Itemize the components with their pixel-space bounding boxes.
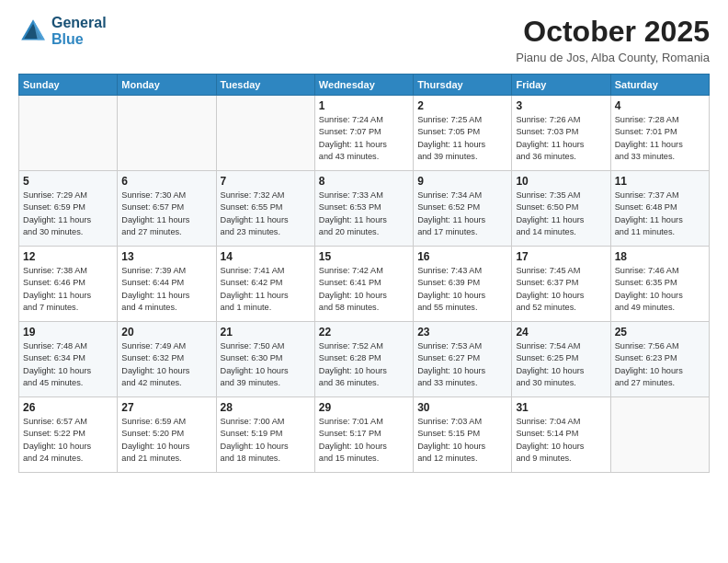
day-info-line: and 36 minutes. (319, 378, 379, 387)
day-info-line: Sunset: 6:41 PM (319, 278, 381, 287)
day-number: 10 (516, 175, 606, 188)
day-info: Sunrise: 7:52 AMSunset: 6:28 PMDaylight:… (319, 340, 409, 389)
day-info-line: Sunset: 6:59 PM (23, 202, 85, 212)
day-info-line: and 7 minutes. (23, 303, 78, 312)
day-info: Sunrise: 7:49 AMSunset: 6:32 PMDaylight:… (121, 340, 211, 389)
weekday-header-row: SundayMondayTuesdayWednesdayThursdayFrid… (19, 75, 710, 96)
day-number: 18 (615, 250, 705, 263)
day-info: Sunrise: 7:37 AMSunset: 6:48 PMDaylight:… (615, 190, 705, 238)
calendar-cell: 15Sunrise: 7:42 AMSunset: 6:41 PMDayligh… (314, 247, 413, 322)
day-info-line: Daylight: 11 hours (121, 291, 189, 300)
day-info-line: and 33 minutes. (615, 152, 675, 161)
calendar-cell: 30Sunrise: 7:03 AMSunset: 5:15 PMDayligh… (414, 397, 512, 473)
calendar-cell (118, 96, 216, 171)
calendar-cell: 28Sunrise: 7:00 AMSunset: 5:19 PMDayligh… (216, 397, 314, 473)
logo: General Blue (18, 15, 107, 48)
day-info-line: Sunrise: 7:49 AM (121, 341, 186, 350)
day-info-line: Sunrise: 6:57 AM (23, 417, 87, 426)
calendar-cell: 16Sunrise: 7:43 AMSunset: 6:39 PMDayligh… (414, 247, 512, 322)
header: General Blue October 2025 Pianu de Jos, … (18, 15, 710, 64)
day-info-line: Sunrise: 7:03 AM (417, 417, 482, 426)
day-info-line: and 14 minutes. (516, 227, 575, 236)
day-info-line: Sunset: 5:15 PM (417, 429, 480, 438)
day-info-line: Sunrise: 7:00 AM (221, 417, 285, 426)
day-info-line: Sunrise: 7:25 AM (417, 115, 482, 124)
calendar-cell: 2Sunrise: 7:25 AMSunset: 7:05 PMDaylight… (414, 96, 512, 171)
day-info-line: Daylight: 10 hours (516, 366, 584, 375)
day-info: Sunrise: 7:56 AMSunset: 6:23 PMDaylight:… (615, 340, 705, 389)
day-info: Sunrise: 7:25 AMSunset: 7:05 PMDaylight:… (417, 114, 507, 163)
day-number: 28 (221, 401, 311, 414)
day-info-line: Sunrise: 6:59 AM (121, 417, 186, 426)
calendar-week-row: 19Sunrise: 7:48 AMSunset: 6:34 PMDayligh… (19, 322, 710, 397)
calendar-cell: 26Sunrise: 6:57 AMSunset: 5:22 PMDayligh… (19, 397, 118, 473)
calendar-cell: 4Sunrise: 7:28 AMSunset: 7:01 PMDaylight… (610, 96, 709, 171)
day-info-line: and 36 minutes. (516, 152, 575, 161)
day-info-line: Sunrise: 7:30 AM (121, 190, 186, 200)
day-info-line: Sunset: 6:53 PM (319, 202, 381, 212)
day-info-line: Daylight: 10 hours (516, 291, 584, 300)
calendar-week-row: 12Sunrise: 7:38 AMSunset: 6:46 PMDayligh… (19, 247, 710, 322)
month-title: October 2025 (516, 15, 710, 49)
day-number: 15 (319, 250, 409, 263)
day-info-line: Daylight: 11 hours (417, 140, 485, 149)
day-info-line: Sunset: 6:42 PM (221, 278, 283, 287)
day-info-line: and 20 minutes. (319, 227, 379, 236)
weekday-tuesday: Tuesday (216, 75, 314, 96)
day-info-line: Sunrise: 7:38 AM (23, 266, 87, 275)
day-info: Sunrise: 6:57 AMSunset: 5:22 PMDaylight:… (23, 416, 113, 465)
day-info: Sunrise: 7:26 AMSunset: 7:03 PMDaylight:… (516, 114, 606, 163)
weekday-monday: Monday (118, 75, 216, 96)
day-info-line: Daylight: 11 hours (319, 215, 387, 224)
day-info-line: Sunrise: 7:37 AM (615, 190, 679, 200)
day-info-line: Daylight: 10 hours (319, 291, 387, 300)
day-info-line: Sunset: 5:20 PM (121, 429, 184, 438)
calendar-cell: 23Sunrise: 7:53 AMSunset: 6:27 PMDayligh… (414, 322, 512, 397)
day-info-line: Sunrise: 7:45 AM (516, 266, 580, 275)
day-info-line: Sunset: 6:28 PM (319, 353, 381, 362)
day-info: Sunrise: 7:38 AMSunset: 6:46 PMDaylight:… (23, 265, 113, 314)
day-info-line: and 23 minutes. (221, 227, 280, 236)
day-info-line: Sunrise: 7:29 AM (23, 190, 87, 200)
day-info-line: and 55 minutes. (417, 303, 477, 312)
day-info-line: Daylight: 11 hours (516, 140, 584, 149)
day-info: Sunrise: 7:53 AMSunset: 6:27 PMDaylight:… (417, 340, 507, 389)
calendar-cell: 21Sunrise: 7:50 AMSunset: 6:30 PMDayligh… (216, 322, 314, 397)
day-info-line: Sunrise: 7:24 AM (319, 115, 383, 124)
day-number: 25 (615, 326, 705, 339)
day-info-line: Daylight: 10 hours (23, 366, 91, 375)
day-info-line: Sunrise: 7:54 AM (516, 341, 580, 350)
calendar-cell: 29Sunrise: 7:01 AMSunset: 5:17 PMDayligh… (314, 397, 413, 473)
calendar-cell: 17Sunrise: 7:45 AMSunset: 6:37 PMDayligh… (512, 247, 610, 322)
day-info-line: and 4 minutes. (121, 303, 176, 312)
day-number: 7 (221, 175, 311, 188)
day-info-line: and 58 minutes. (319, 303, 379, 312)
day-number: 4 (615, 99, 705, 112)
calendar-cell: 12Sunrise: 7:38 AMSunset: 6:46 PMDayligh… (19, 247, 118, 322)
calendar-cell: 25Sunrise: 7:56 AMSunset: 6:23 PMDayligh… (610, 322, 709, 397)
day-info-line: Sunset: 6:48 PM (615, 202, 677, 212)
day-info-line: and 1 minute. (221, 303, 272, 312)
day-info: Sunrise: 7:29 AMSunset: 6:59 PMDaylight:… (23, 190, 113, 238)
day-info: Sunrise: 7:39 AMSunset: 6:44 PMDaylight:… (121, 265, 211, 314)
day-info-line: and 42 minutes. (121, 378, 181, 387)
location-subtitle: Pianu de Jos, Alba County, Romania (516, 51, 710, 64)
day-info-line: Daylight: 11 hours (23, 291, 91, 300)
day-info-line: and 21 minutes. (121, 454, 181, 463)
day-info-line: Sunset: 5:19 PM (221, 429, 283, 438)
day-info-line: and 49 minutes. (615, 303, 675, 312)
day-number: 8 (319, 175, 409, 188)
day-info: Sunrise: 7:41 AMSunset: 6:42 PMDaylight:… (221, 265, 311, 314)
day-info-line: Sunrise: 7:46 AM (615, 266, 679, 275)
day-info-line: and 45 minutes. (23, 378, 83, 387)
day-info: Sunrise: 7:34 AMSunset: 6:52 PMDaylight:… (417, 190, 507, 238)
day-info: Sunrise: 7:04 AMSunset: 5:14 PMDaylight:… (516, 416, 606, 465)
day-info-line: and 15 minutes. (319, 454, 379, 463)
calendar-cell: 10Sunrise: 7:35 AMSunset: 6:50 PMDayligh… (512, 171, 610, 247)
calendar-cell (610, 397, 709, 473)
day-number: 12 (23, 250, 113, 263)
day-info-line: and 9 minutes. (516, 454, 571, 463)
day-info-line: Sunset: 6:25 PM (516, 353, 578, 362)
day-info-line: Sunrise: 7:35 AM (516, 190, 580, 200)
day-info-line: Daylight: 11 hours (417, 215, 485, 224)
